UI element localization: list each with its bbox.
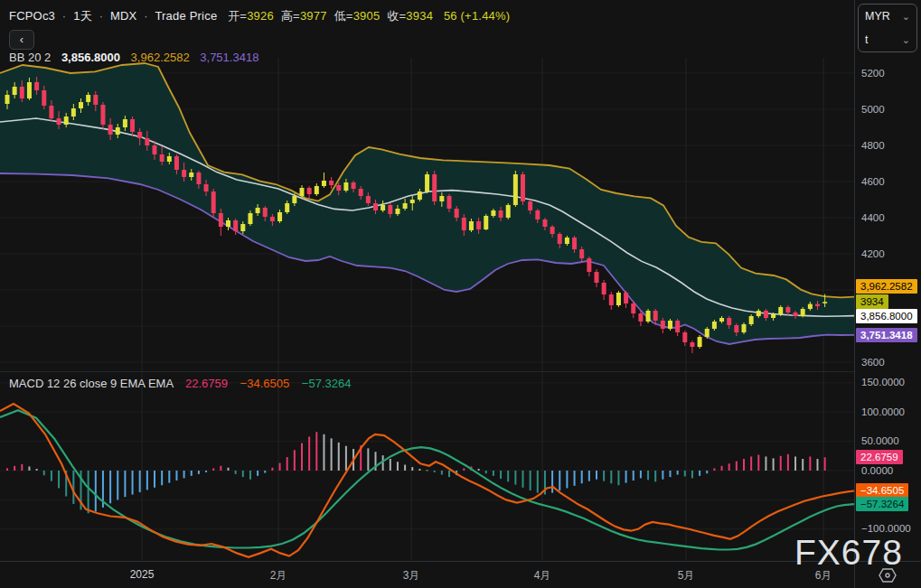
bb-lower-value: 3,751.3418 <box>200 51 258 64</box>
chevron-down-icon: ⌄ <box>902 12 910 21</box>
fx678-watermark: FX678 <box>794 533 903 573</box>
time-axis-label[interactable]: 5月 <box>661 568 711 583</box>
symbol-header[interactable]: FCPOc3 · 1天 · MDX · Trade Price 开=3926高=… <box>9 8 510 24</box>
quote-field-value: 3977 <box>300 9 327 23</box>
header-separator: · <box>62 9 67 23</box>
macd-chart-svg[interactable] <box>0 372 854 560</box>
quote-field-label: 收= <box>387 9 406 23</box>
quote-field-label: 低= <box>334 9 353 23</box>
quote-field-value: 3926 <box>247 9 274 23</box>
symbol-name[interactable]: FCPOc3 <box>9 9 55 23</box>
price-badge: −34.6505 <box>856 483 908 498</box>
macd-label: MACD 12 26 close 9 EMA EMA <box>9 377 173 390</box>
price-badge: 3934 <box>856 294 888 309</box>
price-axis[interactable]: MYR ⌄ t ⌄ 520050004800460044004200360015… <box>854 0 921 561</box>
change-value: 56 (+1.44%) <box>444 9 510 23</box>
currency-value: MYR <box>865 5 890 28</box>
axis-tick-label: 150.0000 <box>861 376 905 389</box>
time-axis-label[interactable]: 2月 <box>253 568 304 583</box>
axis-tick-label: 3600 <box>861 356 885 369</box>
axis-tick-label: 100.0000 <box>861 406 905 419</box>
price-badge: 3,751.3418 <box>856 328 917 342</box>
bb-basis-value: 3,856.8000 <box>61 51 120 64</box>
quote-field-label: 高= <box>281 9 300 23</box>
chevron-down-icon: ⌄ <box>902 35 910 44</box>
axis-tick-label: 4200 <box>861 247 885 261</box>
price-badge: 3,962.2582 <box>856 279 917 294</box>
axis-tick-label: 50.0000 <box>861 434 899 448</box>
header-separator: · <box>99 9 104 23</box>
back-chevron-icon: ‹ <box>20 33 23 46</box>
back-button[interactable]: ‹ <box>9 30 34 50</box>
axis-tick-label: 0.0000 <box>861 464 893 478</box>
price-badge: 22.6759 <box>856 450 903 464</box>
axis-tick-label: 4400 <box>861 211 885 225</box>
macd-hist-value: 22.6759 <box>185 377 228 390</box>
bb-indicator-row[interactable]: BB 20 2 3,856.8000 3,962.2582 3,751.3418 <box>9 51 258 64</box>
axis-tick-label: 4800 <box>861 139 885 153</box>
axis-tick-label: 5000 <box>861 103 885 117</box>
axis-tick-label: 5200 <box>861 67 885 80</box>
currency-dropdown[interactable]: MYR ⌄ <box>859 5 916 28</box>
quote-field-value: 3934 <box>406 9 433 23</box>
bb-upper-value: 3,962.2582 <box>131 51 190 64</box>
pane-separator[interactable] <box>0 371 854 372</box>
price-badge: −57.3264 <box>856 497 908 511</box>
macd-line-value: −34.6505 <box>240 377 290 390</box>
time-axis-label[interactable]: 4月 <box>517 568 568 583</box>
price-badge: 3,856.8000 <box>856 309 917 323</box>
interval-label[interactable]: 1天 <box>73 9 92 23</box>
macd-signal-value: −57.3264 <box>302 377 352 390</box>
price-chart-svg[interactable] <box>0 58 854 371</box>
unit-value: t <box>865 28 868 51</box>
macd-indicator-row[interactable]: MACD 12 26 close 9 EMA EMA 22.6759 −34.6… <box>9 377 351 390</box>
time-axis-label[interactable]: 2025 <box>117 568 167 581</box>
feed-label: Trade Price <box>155 9 217 23</box>
unit-dropdown[interactable]: t ⌄ <box>859 28 916 51</box>
currency-unit-selector[interactable]: MYR ⌄ t ⌄ <box>858 4 917 52</box>
quote-field-label: 开= <box>228 9 247 23</box>
ohlc-fields: 开=3926高=3977低=3905收=3934 <box>221 9 433 23</box>
time-axis-label[interactable]: 3月 <box>386 568 437 583</box>
header-separator: · <box>144 9 148 23</box>
axis-tick-label: 4600 <box>861 175 885 189</box>
trading-chart-window: FCPOc3 · 1天 · MDX · Trade Price 开=3926高=… <box>0 0 921 588</box>
time-axis[interactable]: 20252月3月4月5月6月 <box>0 561 921 588</box>
bb-label: BB 20 2 <box>9 51 51 64</box>
quote-field-value: 3905 <box>353 9 381 23</box>
exchange-label: MDX <box>110 9 137 23</box>
